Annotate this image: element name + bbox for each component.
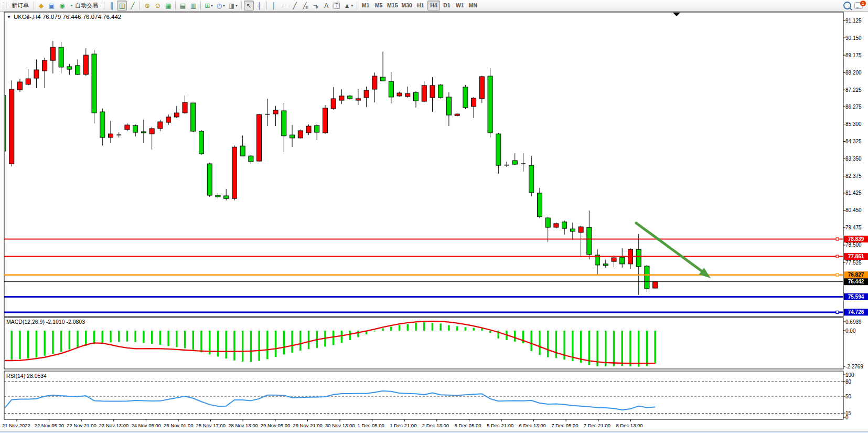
arrows-button[interactable]: ▲▾	[342, 1, 355, 10]
main-chart-panel	[4, 12, 843, 316]
zoom-out-button[interactable]: ⊖	[153, 1, 163, 10]
bull-candle	[405, 93, 410, 97]
price-axis[interactable]: 91.12590.15089.17588.20087.22586.27585.3…	[843, 18, 862, 266]
bull-candle	[339, 96, 344, 100]
bull-candle	[183, 102, 187, 113]
svg-text:29 Nov 05:00: 29 Nov 05:00	[261, 423, 291, 428]
bear-candle	[636, 249, 641, 267]
bull-candle	[455, 114, 459, 115]
svg-text:23 Nov 13:00: 23 Nov 13:00	[99, 423, 129, 428]
bear-candle	[537, 193, 542, 217]
bear-candle	[315, 125, 319, 132]
chat-icon[interactable]: 1	[854, 2, 863, 9]
bear-candle	[59, 47, 63, 67]
chart-area[interactable]: 91.12590.15089.17588.20087.22586.27585.3…	[0, 12, 868, 429]
vertical-line-button[interactable]: │	[269, 1, 279, 10]
bear-candle	[100, 112, 105, 138]
new-chart-button[interactable]: ⊞▾	[203, 1, 215, 10]
price-badge-76.827: 76.827	[844, 271, 868, 278]
svg-text:2 Dec 13:00: 2 Dec 13:00	[422, 423, 449, 428]
hline-handle[interactable]	[836, 311, 839, 313]
arrange-windows-button[interactable]: ▥	[188, 1, 198, 10]
bear-candle	[67, 67, 72, 69]
svg-text:77.861: 77.861	[848, 254, 864, 259]
macd-axis-label: 0.6939	[845, 319, 862, 325]
search-icon[interactable]	[843, 2, 851, 9]
line-chart-type-button[interactable]: ╱	[127, 1, 137, 10]
svg-text:29 Nov 21:00: 29 Nov 21:00	[293, 423, 323, 428]
bear-candle	[133, 125, 138, 132]
bear-candle	[620, 257, 625, 264]
hline-handle[interactable]	[836, 273, 839, 276]
zoom-in-button[interactable]: ⊕	[142, 1, 152, 10]
candlestick-type-button[interactable]: ◫	[117, 1, 127, 10]
bull-candle	[397, 93, 402, 96]
svg-text:88.200: 88.200	[845, 70, 862, 76]
bear-candle	[348, 96, 352, 99]
svg-text:▼: ▼	[7, 15, 11, 19]
tile-windows-button[interactable]: ▦	[163, 1, 173, 10]
svg-text:85.300: 85.300	[845, 121, 862, 127]
auto-trading-button[interactable]: ◔自动交易	[68, 1, 102, 10]
bear-candle	[1, 96, 6, 151]
tf-w1-button[interactable]: W1	[454, 1, 466, 10]
time-axis[interactable]: 21 Nov 202222 Nov 05:0022 Nov 21:0023 No…	[2, 419, 643, 428]
cascade-windows-button[interactable]: ▤	[178, 1, 188, 10]
tf-d1-button[interactable]: D1	[441, 1, 453, 10]
equidistant-channel-button[interactable]: ╱E	[301, 1, 310, 10]
bull-candle	[125, 125, 130, 130]
rsi-axis-label: 50	[845, 394, 852, 399]
market-watch-icon[interactable]: ◆	[36, 1, 46, 10]
svg-text:22 Nov 05:00: 22 Nov 05:00	[35, 423, 65, 428]
bull-candle	[306, 126, 311, 133]
tf-mn-button[interactable]: MN	[467, 1, 479, 10]
tf-m1-button[interactable]: M1	[359, 1, 372, 10]
new-order-button[interactable]: 新订单	[9, 1, 31, 10]
tf-h4-button[interactable]: H4	[427, 1, 440, 10]
svg-text:22 Nov 21:00: 22 Nov 21:00	[67, 423, 97, 428]
bear-candle	[224, 196, 229, 198]
svg-text:78.500: 78.500	[845, 242, 862, 248]
svg-text:83.350: 83.350	[845, 156, 862, 162]
svg-text:75.594: 75.594	[848, 294, 864, 300]
bull-candle	[166, 117, 171, 122]
macd-axis-label: -2.2769	[845, 364, 863, 369]
tf-m5-button[interactable]: M5	[372, 1, 385, 10]
fibonacci-button[interactable]: ╌F	[311, 1, 321, 10]
svg-text:86.275: 86.275	[845, 104, 862, 110]
price-badge-76.442: 76.442	[844, 278, 868, 285]
price-badge-77.861: 77.861	[844, 253, 868, 260]
horizontal-line-button[interactable]: ─	[280, 1, 290, 10]
cursor-button[interactable]: ↖	[244, 1, 254, 10]
bull-candle	[430, 86, 435, 98]
bear-candle	[545, 218, 550, 227]
period-clock-button[interactable]: ◷▾	[215, 1, 227, 10]
crosshair-button[interactable]: ┼	[254, 1, 264, 10]
svg-text:30 Nov 13:00: 30 Nov 13:00	[325, 423, 355, 428]
bull-candle	[653, 282, 658, 288]
bull-candle	[42, 60, 47, 71]
bull-candle	[149, 129, 154, 134]
tf-m30-button[interactable]: M30	[400, 1, 414, 10]
bear-candle	[529, 165, 534, 193]
svg-text:87.225: 87.225	[845, 87, 862, 93]
svg-text:78.839: 78.839	[848, 236, 864, 242]
price-badge-75.594: 75.594	[844, 293, 868, 300]
toolbar: 新订单◆▣◉◔自动交易║◫╱⊕⊖▦▤▥⊞▾◷▾◨▾↖┼│─╱╱E╌FAT▲▾M1…	[0, 0, 868, 12]
bear-candle	[446, 97, 451, 115]
text-label-button[interactable]: T	[332, 1, 342, 10]
data-window-icon[interactable]: ▣	[47, 1, 57, 10]
bear-candle	[463, 87, 468, 108]
hline-handle[interactable]	[836, 238, 839, 240]
svg-text:6 Dec 13:00: 6 Dec 13:00	[519, 423, 546, 428]
bear-candle	[191, 103, 196, 131]
tf-h1-button[interactable]: H1	[414, 1, 427, 10]
signals-icon[interactable]: ◉	[57, 1, 67, 10]
bar-chart-type-button[interactable]: ║	[106, 1, 116, 10]
templates-button[interactable]: ◨▾	[227, 1, 239, 10]
text-button[interactable]: A	[322, 1, 331, 10]
trendline-button[interactable]: ╱	[290, 1, 300, 10]
bear-candle	[587, 227, 592, 255]
tf-m15-button[interactable]: M15	[385, 1, 399, 10]
hline-handle[interactable]	[836, 255, 839, 258]
